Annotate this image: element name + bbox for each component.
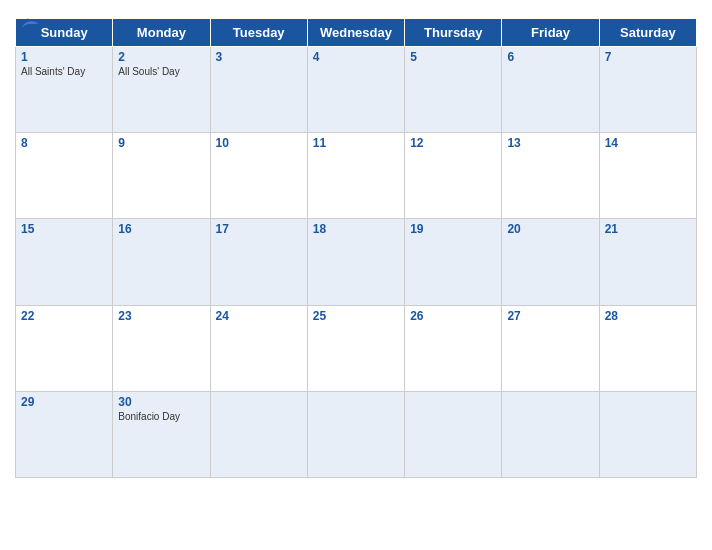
day-number: 22 [21, 309, 107, 323]
holiday-name: Bonifacio Day [118, 411, 204, 423]
day-number: 18 [313, 222, 399, 236]
day-of-week-header: Friday [502, 19, 599, 47]
day-number: 19 [410, 222, 496, 236]
holiday-name: All Souls' Day [118, 66, 204, 78]
day-number: 29 [21, 395, 107, 409]
calendar-cell: 27 [502, 305, 599, 391]
calendar-week-row: 15161718192021 [16, 219, 697, 305]
day-number: 16 [118, 222, 204, 236]
day-number: 6 [507, 50, 593, 64]
day-of-week-header: Monday [113, 19, 210, 47]
calendar-cell: 2All Souls' Day [113, 47, 210, 133]
days-of-week-row: SundayMondayTuesdayWednesdayThursdayFrid… [16, 19, 697, 47]
calendar-week-row: 22232425262728 [16, 305, 697, 391]
day-number: 24 [216, 309, 302, 323]
logo-area [15, 10, 45, 38]
day-number: 1 [21, 50, 107, 64]
calendar-cell: 29 [16, 391, 113, 477]
calendar-cell: 22 [16, 305, 113, 391]
calendar-cell: 16 [113, 219, 210, 305]
day-number: 27 [507, 309, 593, 323]
calendar-cell: 6 [502, 47, 599, 133]
calendar-cell: 24 [210, 305, 307, 391]
day-number: 26 [410, 309, 496, 323]
day-number: 20 [507, 222, 593, 236]
calendar-cell [307, 391, 404, 477]
calendar-cell: 30Bonifacio Day [113, 391, 210, 477]
calendar-cell: 15 [16, 219, 113, 305]
logo-wrapper [15, 10, 45, 38]
calendar-cell: 13 [502, 133, 599, 219]
day-of-week-header: Thursday [405, 19, 502, 47]
day-number: 14 [605, 136, 691, 150]
day-number: 15 [21, 222, 107, 236]
calendar-cell: 28 [599, 305, 696, 391]
day-number: 7 [605, 50, 691, 64]
logo-icon [15, 10, 43, 38]
calendar-week-row: 2930Bonifacio Day [16, 391, 697, 477]
day-of-week-header: Tuesday [210, 19, 307, 47]
calendar-cell [599, 391, 696, 477]
calendar-cell: 18 [307, 219, 404, 305]
day-number: 5 [410, 50, 496, 64]
calendar-cell: 20 [502, 219, 599, 305]
calendar-cell: 25 [307, 305, 404, 391]
calendar-table: SundayMondayTuesdayWednesdayThursdayFrid… [15, 18, 697, 478]
day-number: 23 [118, 309, 204, 323]
calendar-cell: 4 [307, 47, 404, 133]
calendar-cell [405, 391, 502, 477]
calendar-cell: 26 [405, 305, 502, 391]
day-number: 4 [313, 50, 399, 64]
calendar-cell: 17 [210, 219, 307, 305]
calendar-cell: 14 [599, 133, 696, 219]
calendar-cell: 7 [599, 47, 696, 133]
day-number: 17 [216, 222, 302, 236]
day-number: 3 [216, 50, 302, 64]
calendar-cell: 9 [113, 133, 210, 219]
calendar-week-row: 891011121314 [16, 133, 697, 219]
holiday-name: All Saints' Day [21, 66, 107, 78]
calendar-cell: 23 [113, 305, 210, 391]
day-number: 25 [313, 309, 399, 323]
calendar-container: SundayMondayTuesdayWednesdayThursdayFrid… [0, 0, 712, 550]
day-number: 13 [507, 136, 593, 150]
day-of-week-header: Wednesday [307, 19, 404, 47]
day-number: 11 [313, 136, 399, 150]
day-number: 30 [118, 395, 204, 409]
day-of-week-header: Saturday [599, 19, 696, 47]
day-number: 2 [118, 50, 204, 64]
calendar-cell: 5 [405, 47, 502, 133]
day-number: 9 [118, 136, 204, 150]
day-number: 21 [605, 222, 691, 236]
calendar-cell: 1All Saints' Day [16, 47, 113, 133]
day-number: 28 [605, 309, 691, 323]
day-number: 12 [410, 136, 496, 150]
calendar-cell: 19 [405, 219, 502, 305]
calendar-cell: 10 [210, 133, 307, 219]
calendar-cell: 8 [16, 133, 113, 219]
day-number: 8 [21, 136, 107, 150]
calendar-week-row: 1All Saints' Day2All Souls' Day34567 [16, 47, 697, 133]
calendar-cell: 11 [307, 133, 404, 219]
calendar-cell [210, 391, 307, 477]
day-number: 10 [216, 136, 302, 150]
calendar-cell: 21 [599, 219, 696, 305]
calendar-cell: 12 [405, 133, 502, 219]
calendar-cell [502, 391, 599, 477]
calendar-cell: 3 [210, 47, 307, 133]
